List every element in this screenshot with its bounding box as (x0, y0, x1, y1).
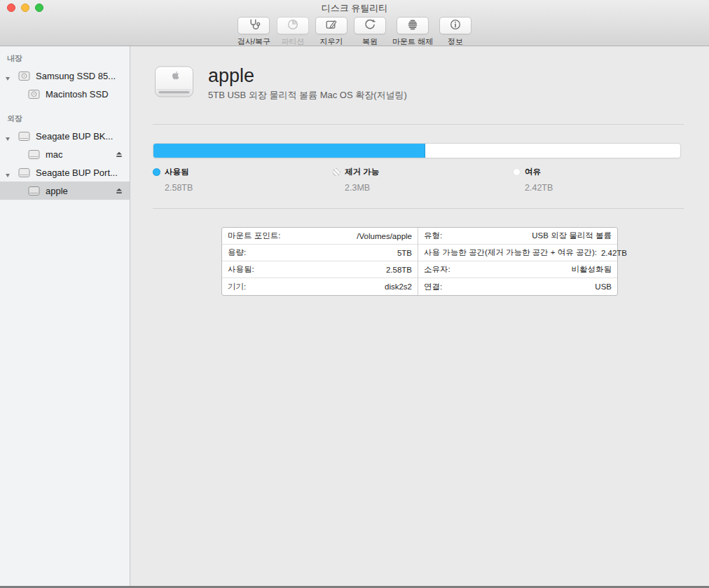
detail-row-available: 사용 가능한 공간(제거 가능한 공간 + 여유 공간): 2.42TB (418, 245, 617, 261)
detail-label: 소유자: (424, 264, 450, 275)
legend-label: 여유 (525, 167, 541, 177)
sidebar-section-label-external: 외장 (0, 109, 130, 127)
unmount-button[interactable] (397, 17, 429, 34)
toolbar-item-first-aid: 검사/복구 (238, 17, 270, 47)
toolbar-label: 정보 (448, 36, 463, 47)
titlebar: 디스크 유틸리티 (0, 0, 709, 15)
separator (153, 208, 684, 209)
first-aid-button[interactable] (238, 17, 270, 34)
purgeable-swatch-icon (333, 168, 340, 176)
eject-icon (115, 150, 123, 158)
detail-label: 연결: (424, 282, 442, 292)
info-icon (448, 18, 462, 34)
sidebar-item-label: Macintosh SSD (46, 89, 109, 100)
sidebar-item-mac[interactable]: mac (0, 145, 130, 163)
disclosure-triangle-icon[interactable] (5, 73, 11, 83)
sidebar-item-apple[interactable]: apple (0, 182, 130, 200)
eject-icon (115, 186, 123, 195)
details-column-right: 유형: USB 외장 물리적 볼륨 사용 가능한 공간(제거 가능한 공간 + … (418, 228, 617, 295)
sidebar-item-label: Samsung SSD 85... (36, 71, 116, 81)
eject-button[interactable] (115, 186, 123, 197)
external-disk-icon (28, 186, 40, 196)
external-disk-icon (18, 167, 30, 178)
erase-icon (324, 18, 338, 34)
restore-button[interactable] (354, 17, 386, 34)
detail-value: 비활성화됨 (572, 264, 612, 275)
minimize-button[interactable] (21, 4, 29, 12)
partition-button[interactable] (277, 17, 309, 34)
details-column-left: 마운트 포인트: /Volumes/apple 용량: 5TB 사용됨: 2.5… (222, 228, 418, 295)
sidebar-item-samsung-ssd[interactable]: Samsung SSD 85... (0, 67, 130, 85)
eject-button[interactable] (115, 150, 123, 160)
info-button[interactable] (439, 17, 471, 34)
legend-value: 2.58TB (165, 183, 333, 193)
free-swatch-icon (513, 168, 521, 176)
legend-value: 2.42TB (525, 183, 693, 193)
volume-header: apple 5TB USB 외장 물리적 볼륨 Mac OS 확장(저널링) (154, 64, 684, 102)
legend-item-free: 여유 2.42TB (513, 167, 693, 193)
toolbar-label: 마운트 해제 (392, 36, 433, 47)
window-chrome: 디스크 유틸리티 검사/복구 (0, 0, 709, 46)
legend-value: 2.3MB (345, 183, 513, 193)
detail-row-used: 사용됨: 2.58TB (222, 261, 418, 278)
toolbar-label: 지우기 (320, 36, 343, 47)
external-drive-icon (154, 64, 194, 102)
toolbar-label: 복원 (362, 36, 378, 47)
restore-icon (363, 18, 377, 34)
sidebar-item-seagate-bup-bk[interactable]: Seagate BUP BK... (0, 127, 130, 145)
disclosure-triangle-icon[interactable] (5, 170, 11, 180)
legend-label: 사용됨 (165, 167, 189, 177)
zoom-button[interactable] (35, 4, 43, 12)
detail-label: 기기: (228, 282, 246, 292)
detail-label: 사용됨: (228, 264, 254, 275)
toolbar-label: 파티션 (282, 36, 305, 47)
sidebar-item-macintosh-ssd[interactable]: Macintosh SSD (0, 85, 130, 103)
sidebar-item-label: apple (46, 186, 68, 196)
sidebar-item-label: Seagate BUP BK... (36, 131, 113, 142)
toolbar: 검사/복구 파티션 (0, 15, 709, 46)
sidebar-section-label-internal: 내장 (0, 49, 130, 67)
main-pane: apple 5TB USB 외장 물리적 볼륨 Mac OS 확장(저널링) 사… (130, 46, 709, 586)
separator (153, 124, 684, 125)
usage-legend: 사용됨 2.58TB 제거 가능 2.3MB 여유 2.4 (153, 167, 709, 193)
legend-item-purgeable: 제거 가능 2.3MB (333, 167, 513, 193)
disk-utility-window: 디스크 유틸리티 검사/복구 (0, 0, 709, 588)
external-disk-icon (18, 131, 30, 142)
detail-row-mount-point: 마운트 포인트: /Volumes/apple (222, 228, 418, 245)
close-button[interactable] (7, 4, 15, 12)
erase-button[interactable] (315, 17, 347, 34)
sidebar-item-label: Seagate BUP Port... (36, 167, 118, 178)
partition-icon (286, 18, 300, 34)
usage-bar-used-segment (153, 144, 425, 158)
detail-label: 사용 가능한 공간(제거 가능한 공간 + 여유 공간): (424, 247, 597, 258)
toolbar-item-info: 정보 (439, 17, 471, 47)
detail-value: 5TB (397, 249, 412, 257)
disclosure-triangle-icon[interactable] (5, 133, 11, 144)
detail-value: USB 외장 물리적 볼륨 (532, 231, 612, 241)
external-disk-icon (28, 149, 40, 160)
toolbar-item-restore: 복원 (354, 17, 386, 47)
traffic-lights (7, 4, 43, 12)
volume-description: 5TB USB 외장 물리적 볼륨 Mac OS 확장(저널링) (208, 89, 407, 102)
detail-row-device: 기기: disk2s2 (222, 278, 418, 295)
legend-item-used: 사용됨 2.58TB (153, 167, 333, 193)
window-title: 디스크 유틸리티 (322, 2, 388, 15)
detail-row-connection: 연결: USB (418, 278, 617, 295)
detail-value: 2.58TB (386, 266, 412, 274)
toolbar-item-erase: 지우기 (315, 17, 347, 47)
toolbar-label: 검사/복구 (238, 36, 270, 47)
details-table: 마운트 포인트: /Volumes/apple 용량: 5TB 사용됨: 2.5… (221, 227, 618, 296)
detail-value: /Volumes/apple (357, 232, 412, 240)
unmount-icon (406, 18, 420, 34)
sidebar-item-seagate-bup-port[interactable]: Seagate BUP Port... (0, 163, 130, 182)
internal-disk-icon (18, 71, 30, 81)
sidebar: 내장 Samsung SSD 85... Macintosh SSD 외장 (0, 46, 130, 586)
detail-value: 2.42TB (601, 249, 627, 257)
internal-disk-icon (28, 89, 40, 100)
sidebar-item-label: mac (46, 149, 63, 160)
volume-title: apple (208, 65, 407, 87)
detail-label: 유형: (424, 231, 442, 241)
used-swatch-icon (153, 168, 160, 176)
detail-row-owners: 소유자: 비활성화됨 (418, 261, 617, 278)
detail-label: 용량: (228, 247, 246, 258)
